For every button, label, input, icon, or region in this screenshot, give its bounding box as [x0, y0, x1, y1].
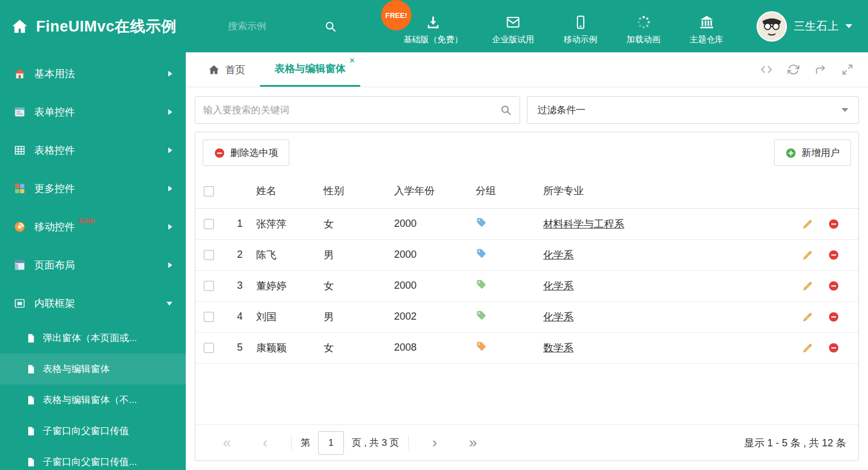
sidebar-subitem[interactable]: 子窗口向父窗口传值... [0, 446, 186, 470]
keyword-search-input[interactable] [203, 105, 500, 116]
form-icon [14, 106, 26, 118]
sidebar-subitem[interactable]: 弹出窗体（本页面或... [0, 323, 186, 353]
corp-badge: Corp [79, 217, 95, 225]
bank-icon [699, 15, 714, 30]
sidebar-subitem-label: 子窗口向父窗口传值... [43, 455, 137, 468]
page-number-input[interactable] [318, 431, 344, 455]
tag-icon [476, 217, 487, 228]
sidebar-item-label: 页面布局 [34, 258, 75, 272]
first-page-button[interactable]: « [208, 435, 246, 451]
cell-year: 2000 [394, 239, 476, 270]
app-title: FineUIMvc在线示例 [36, 16, 177, 37]
code-icon[interactable] [760, 64, 772, 75]
avatar[interactable] [757, 11, 787, 42]
sidebar-subitem-label: 表格与编辑窗体（不... [43, 393, 137, 406]
major-link[interactable]: 化学系 [543, 280, 574, 292]
edit-icon[interactable] [802, 280, 813, 292]
actions-column-header [785, 173, 858, 208]
row-checkbox[interactable] [204, 312, 214, 322]
download-icon [426, 15, 441, 30]
page-label-suffix: 页 , 共 3 页 [352, 436, 399, 449]
cell-name: 陈飞 [256, 239, 324, 270]
top-nav-label: 企业版试用 [492, 34, 534, 45]
sidebar-item-label: 更多控件 [34, 182, 75, 195]
sidebar-item[interactable]: 表格控件 [0, 131, 186, 169]
tab-table-edit-window[interactable]: 表格与编辑窗体 ✕ [260, 52, 360, 87]
year-column-header: 入学年份 [394, 173, 476, 208]
user-menu[interactable]: 三生石上 [757, 11, 868, 42]
close-icon[interactable]: ✕ [349, 56, 355, 65]
major-link[interactable]: 化学系 [543, 249, 574, 261]
delete-selected-button[interactable]: 删除选中项 [203, 140, 289, 166]
prev-page-button[interactable]: ‹ [246, 435, 284, 451]
table-icon [14, 144, 26, 156]
expand-icon[interactable] [842, 64, 853, 75]
top-nav-spinner[interactable]: 加载动画 [612, 0, 675, 52]
table-row: 3董婷婷女2000化学系 [195, 270, 858, 301]
tab-label: 首页 [225, 63, 245, 77]
delete-icon[interactable] [828, 311, 839, 323]
sidebar-item[interactable]: 表单控件 [0, 93, 186, 131]
delete-icon[interactable] [828, 280, 839, 292]
edit-icon[interactable] [802, 311, 813, 323]
row-checkbox[interactable] [204, 281, 214, 291]
sidebar-subitem[interactable]: 子窗口向父窗口传值 [0, 415, 186, 446]
group-column-header: 分组 [476, 173, 543, 208]
sidebar-item[interactable]: 更多控件 [0, 169, 186, 208]
next-page-button[interactable]: › [415, 435, 454, 451]
last-page-button[interactable]: » [454, 435, 492, 451]
sidebar-item[interactable]: 移动控件Corp [0, 208, 186, 246]
keyword-search [195, 96, 520, 124]
add-user-label: 新增用户 [802, 146, 840, 159]
home-icon [208, 64, 220, 75]
top-header: FineUIMvc在线示例 FREE!基础版（免费）企业版试用移动示例加载动画主… [0, 0, 868, 52]
chevron-right-icon [168, 109, 172, 115]
row-checkbox[interactable] [204, 250, 214, 260]
delete-icon[interactable] [828, 249, 839, 261]
search-icon[interactable] [500, 104, 512, 116]
share-icon[interactable] [815, 64, 826, 75]
top-search-input[interactable] [228, 21, 321, 32]
cell-year: 2002 [394, 301, 476, 332]
major-link[interactable]: 数学系 [543, 342, 574, 353]
top-nav-envelope[interactable]: 企业版试用 [477, 0, 549, 52]
edit-icon[interactable] [802, 218, 813, 230]
filter-dropdown[interactable]: 过滤条件一 [527, 96, 859, 124]
tab-home[interactable]: 首页 [194, 52, 260, 87]
panel-spacer [195, 364, 858, 425]
data-table: 姓名 性别 入学年份 分组 所学专业 1张萍萍女2000材料科学与工程系2陈飞男… [195, 173, 858, 364]
select-all-checkbox[interactable] [204, 186, 214, 196]
row-index: 3 [223, 270, 256, 301]
sidebar-subitem[interactable]: 表格与编辑窗体 [0, 353, 186, 384]
chevron-down-icon [167, 302, 172, 306]
edit-icon[interactable] [802, 249, 813, 261]
cell-gender: 男 [324, 301, 394, 332]
sidebar-item[interactable]: 内联框架 [0, 284, 186, 323]
sidebar-item-label: 表单控件 [34, 105, 75, 119]
top-nav-mobile[interactable]: 移动示例 [549, 0, 612, 52]
search-icon[interactable] [324, 20, 337, 33]
sidebar-item[interactable]: 基本用法 [0, 55, 186, 93]
delete-icon[interactable] [828, 218, 839, 230]
chevron-right-icon [168, 71, 172, 77]
brand[interactable]: FineUIMvc在线示例 [11, 16, 228, 37]
sidebar-item[interactable]: 页面布局 [0, 246, 186, 284]
add-user-button[interactable]: 新增用户 [774, 140, 851, 166]
table-row: 2陈飞男2000化学系 [195, 239, 858, 270]
top-nav-bank[interactable]: 主题仓库 [675, 0, 738, 52]
delete-icon[interactable] [828, 342, 839, 353]
row-checkbox[interactable] [204, 219, 214, 229]
major-link[interactable]: 化学系 [543, 311, 574, 323]
sidebar-subitem[interactable]: 表格与编辑窗体（不... [0, 384, 186, 415]
sidebar-subitem-label: 弹出窗体（本页面或... [43, 332, 137, 344]
sidebar-item-label: 表格控件 [34, 144, 75, 157]
file-icon [26, 364, 36, 374]
page-label-prefix: 第 [301, 436, 310, 449]
refresh-icon[interactable] [788, 64, 799, 75]
edit-icon[interactable] [802, 342, 813, 353]
sidebar-item-label: 基本用法 [34, 67, 75, 80]
top-nav-download[interactable]: FREE!基础版（免费） [389, 0, 477, 52]
major-link[interactable]: 材料科学与工程系 [543, 218, 624, 230]
row-checkbox[interactable] [204, 343, 214, 353]
widgets-icon [14, 182, 26, 195]
